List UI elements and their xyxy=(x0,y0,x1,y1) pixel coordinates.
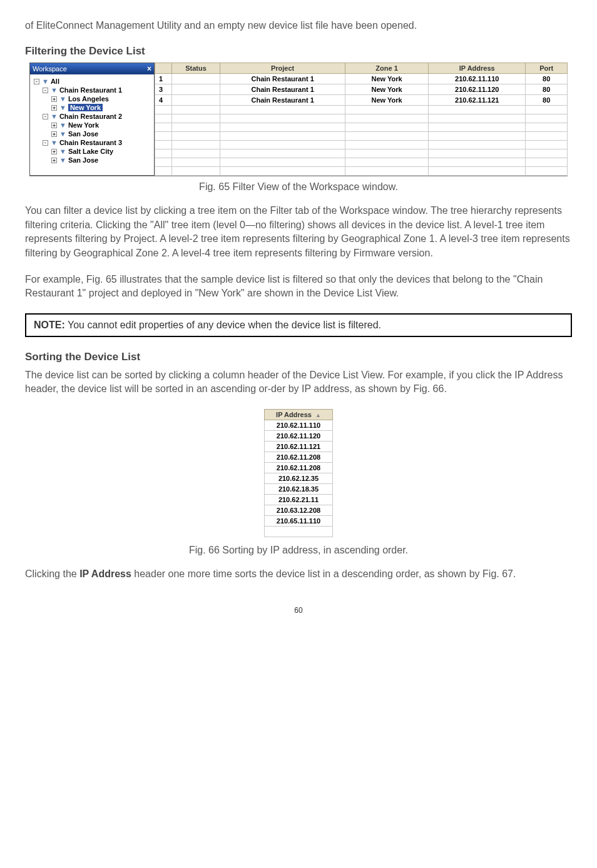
tree-ny2[interactable]: +▼New York xyxy=(34,121,150,129)
table-row xyxy=(155,114,568,123)
col-port[interactable]: Port xyxy=(526,63,568,74)
collapse-icon[interactable]: - xyxy=(43,114,48,119)
close-icon[interactable]: × xyxy=(147,64,151,73)
fig65-wrapper: Workspace × -▼All -▼Chain Restaurant 1 +… xyxy=(25,63,572,193)
col-num[interactable] xyxy=(155,63,172,74)
para4: Clicking the IP Address header one more … xyxy=(25,567,572,581)
list-item[interactable]: 210.63.12.208 xyxy=(265,505,333,515)
expand-icon[interactable]: + xyxy=(51,149,57,154)
filter-tree: -▼All -▼Chain Restaurant 1 +▼Los Angeles… xyxy=(30,74,154,167)
page-number: 60 xyxy=(25,606,572,615)
collapse-icon[interactable]: - xyxy=(43,140,48,146)
filter-icon: ▼ xyxy=(59,148,66,155)
filter-icon: ▼ xyxy=(51,113,58,120)
filter-heading: Filtering the Device List xyxy=(25,45,572,58)
filter-icon: ▼ xyxy=(42,78,49,85)
expand-icon[interactable]: + xyxy=(51,105,57,111)
note-label: NOTE: xyxy=(34,320,65,330)
table-row xyxy=(155,158,568,167)
intro-text: of EliteConnect Management Utility and a… xyxy=(25,19,572,33)
table-row[interactable]: 4 Chain Restaurant 1 New York 210.62.11.… xyxy=(155,95,568,106)
expand-icon[interactable]: + xyxy=(51,123,57,128)
tree-cr3[interactable]: -▼Chain Restaurant 3 xyxy=(34,138,150,147)
col-ip[interactable]: IP Address xyxy=(429,63,526,74)
collapse-icon[interactable]: - xyxy=(34,79,39,84)
filter-icon: ▼ xyxy=(59,95,66,103)
col-zone1[interactable]: Zone 1 xyxy=(345,63,428,74)
list-item[interactable]: 210.62.21.11 xyxy=(265,494,333,505)
list-item xyxy=(265,526,333,537)
tree-slc[interactable]: +▼Salt Lake City xyxy=(34,147,150,156)
list-item[interactable]: 210.62.12.35 xyxy=(265,473,333,483)
ip-address-bold: IP Address xyxy=(79,568,131,579)
filter-icon: ▼ xyxy=(59,104,66,111)
list-item[interactable]: 210.65.11.110 xyxy=(265,515,333,526)
fig66-wrapper: IP Address▲ 210.62.11.110 210.62.11.120 … xyxy=(25,409,572,556)
tree-all[interactable]: -▼All xyxy=(34,77,150,86)
tree-sj3[interactable]: +▼San Jose xyxy=(34,156,150,164)
list-item[interactable]: 210.62.18.35 xyxy=(265,483,333,494)
table-row xyxy=(155,149,568,158)
note-text: You cannot edit properties of any device… xyxy=(65,320,381,330)
filter-icon: ▼ xyxy=(51,139,58,146)
note-box: NOTE: You cannot edit properties of any … xyxy=(25,313,572,337)
filter-icon: ▼ xyxy=(59,121,66,129)
table-row xyxy=(155,123,568,132)
list-item[interactable]: 210.62.11.208 xyxy=(265,452,333,462)
table-row[interactable]: 3 Chain Restaurant 1 New York 210.62.11.… xyxy=(155,84,568,95)
para3: The device list can be sorted by clickin… xyxy=(25,368,572,396)
workspace-titlebar: Workspace × xyxy=(30,63,154,74)
col-project[interactable]: Project xyxy=(220,63,345,74)
tree-la[interactable]: +▼Los Angeles xyxy=(34,94,150,103)
tree-cr1[interactable]: -▼Chain Restaurant 1 xyxy=(34,86,150,94)
sort-asc-icon: ▲ xyxy=(315,412,321,418)
filter-icon: ▼ xyxy=(51,86,58,94)
table-row xyxy=(155,167,568,176)
filter-icon: ▼ xyxy=(59,156,66,164)
list-item[interactable]: 210.62.11.120 xyxy=(265,430,333,441)
col-status[interactable]: Status xyxy=(171,63,220,74)
device-list-table: Status Project Zone 1 IP Address Port 1 … xyxy=(155,63,568,176)
ip-header[interactable]: IP Address▲ xyxy=(265,409,333,420)
tree-cr2[interactable]: -▼Chain Restaurant 2 xyxy=(34,112,150,121)
para1: You can filter a device list by clicking… xyxy=(25,204,572,260)
workspace-figure: Workspace × -▼All -▼Chain Restaurant 1 +… xyxy=(29,63,568,176)
workspace-title: Workspace xyxy=(33,65,67,73)
collapse-icon[interactable]: - xyxy=(43,88,48,93)
sort-heading: Sorting the Device List xyxy=(25,351,572,363)
list-item[interactable]: 210.62.11.121 xyxy=(265,441,333,452)
fig66-caption: Fig. 66 Sorting by IP address, in ascend… xyxy=(25,545,572,556)
filter-icon: ▼ xyxy=(59,130,66,138)
list-item[interactable]: 210.62.11.110 xyxy=(265,420,333,430)
tree-ny-selected[interactable]: +▼New York xyxy=(34,103,150,112)
table-row[interactable]: 1 Chain Restaurant 1 New York 210.62.11.… xyxy=(155,74,568,84)
expand-icon[interactable]: + xyxy=(51,158,57,163)
table-row xyxy=(155,132,568,141)
ip-sort-table: IP Address▲ 210.62.11.110 210.62.11.120 … xyxy=(264,409,333,537)
list-item[interactable]: 210.62.11.208 xyxy=(265,462,333,473)
tree-sj2[interactable]: +▼San Jose xyxy=(34,129,150,138)
fig65-caption: Fig. 65 Filter View of the Workspace win… xyxy=(25,181,572,193)
workspace-panel: Workspace × -▼All -▼Chain Restaurant 1 +… xyxy=(29,63,155,176)
para2: For example, Fig. 65 illustrates that th… xyxy=(25,273,572,301)
table-row xyxy=(155,141,568,149)
expand-icon[interactable]: + xyxy=(51,96,57,102)
expand-icon[interactable]: + xyxy=(51,131,57,137)
table-row xyxy=(155,106,568,114)
